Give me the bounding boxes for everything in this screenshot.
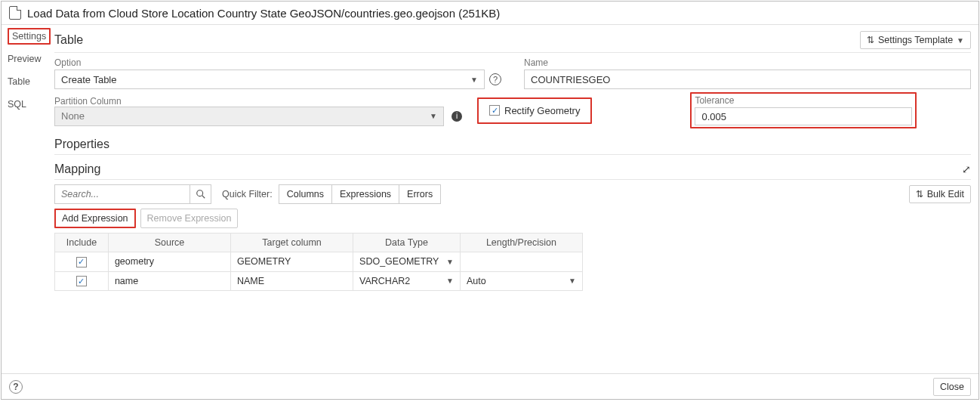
section-table-title: Table — [54, 33, 83, 47]
mapping-table: Include Source Target column Data Type L… — [54, 233, 583, 291]
section-properties-title: Properties — [54, 138, 109, 151]
left-tabs: Settings Preview Table SQL — [2, 25, 47, 373]
chevron-down-icon: ▼ — [430, 112, 437, 120]
section-properties-header: Properties — [54, 135, 971, 155]
name-input[interactable]: COUNTRIESGEO — [524, 70, 971, 89]
chevron-down-icon: ▼ — [957, 36, 964, 45]
close-button[interactable]: Close — [933, 378, 971, 396]
section-table-header: Table Settings Template ▼ — [54, 28, 971, 53]
col-target: Target column — [230, 233, 353, 252]
tab-table[interactable]: Table — [5, 75, 44, 88]
include-checkbox[interactable] — [76, 257, 87, 267]
main-panel: Table Settings Template ▼ Option Create … — [47, 25, 978, 373]
chevron-down-icon: ▼ — [446, 277, 454, 285]
search-button[interactable] — [190, 184, 211, 204]
add-expression-highlight: Add Expression — [54, 209, 136, 228]
name-value: COUNTRIESGEO — [531, 74, 610, 85]
chevron-down-icon: ▼ — [446, 258, 454, 266]
cell-source: geometry — [108, 252, 230, 272]
name-label: Name — [524, 57, 971, 68]
chevron-down-icon: ▼ — [470, 76, 478, 84]
expand-icon[interactable]: ⤢ — [962, 163, 971, 175]
help-icon[interactable]: ? — [489, 73, 501, 85]
remove-expression-label: Remove Expression — [147, 213, 232, 224]
quick-filter-label: Quick Filter: — [222, 189, 273, 199]
search-input[interactable] — [54, 184, 190, 204]
filter-errors[interactable]: Errors — [399, 184, 441, 204]
settings-template-label: Settings Template — [878, 35, 953, 45]
remove-expression-button[interactable]: Remove Expression — [140, 209, 239, 228]
col-source: Source — [108, 233, 230, 252]
cell-datatype[interactable]: SDO_GEOMETRY▼ — [353, 252, 461, 272]
help-button[interactable]: ? — [9, 380, 23, 394]
sliders-icon — [867, 35, 874, 45]
bulk-edit-label: Bulk Edit — [927, 189, 964, 199]
cell-target: GEOMETRY — [230, 252, 353, 272]
table-row[interactable]: name NAME VARCHAR2▼ Auto▼ — [55, 271, 583, 291]
tolerance-highlight: Tolerance 0.005 — [690, 92, 917, 128]
rectify-label: Rectify Geometry — [504, 105, 580, 116]
filter-expressions[interactable]: Expressions — [332, 184, 399, 204]
dialog-title: Load Data from Cloud Store Location Coun… — [27, 7, 500, 20]
tolerance-input[interactable]: 0.005 — [695, 107, 912, 125]
section-mapping-header: Mapping ⤢ — [54, 159, 971, 180]
settings-template-button[interactable]: Settings Template ▼ — [860, 31, 971, 49]
col-include: Include — [55, 233, 109, 252]
filter-columns[interactable]: Columns — [279, 184, 332, 204]
tab-preview[interactable]: Preview — [5, 52, 44, 66]
file-icon — [9, 6, 21, 20]
col-length: Length/Precision — [460, 233, 582, 252]
section-mapping-title: Mapping — [54, 162, 100, 176]
bulk-edit-button[interactable]: Bulk Edit — [909, 185, 971, 203]
info-icon[interactable]: i — [451, 111, 462, 122]
dialog-header: Load Data from Cloud Store Location Coun… — [2, 2, 978, 25]
option-value: Create Table — [61, 74, 116, 85]
cell-target: NAME — [230, 271, 353, 291]
tab-sql[interactable]: SQL — [5, 97, 44, 111]
tolerance-label: Tolerance — [695, 95, 912, 106]
dialog-footer: ? Close — [2, 373, 978, 399]
cell-length[interactable]: Auto▼ — [460, 271, 582, 291]
close-label: Close — [940, 382, 964, 392]
chevron-down-icon: ▼ — [569, 277, 576, 285]
partition-select[interactable]: None ▼ — [54, 107, 444, 126]
mapping-toolbar: Quick Filter: Columns Expressions Errors… — [54, 184, 971, 204]
tab-settings-label: Settings — [8, 28, 51, 45]
tab-settings[interactable]: Settings — [5, 29, 44, 43]
search-icon — [196, 189, 206, 199]
include-checkbox[interactable] — [76, 276, 87, 286]
svg-line-1 — [202, 196, 205, 199]
rectify-checkbox[interactable] — [489, 105, 500, 116]
cell-length — [460, 252, 582, 272]
partition-value: None — [61, 110, 85, 122]
cell-datatype[interactable]: VARCHAR2▼ — [353, 271, 461, 291]
add-expression-button[interactable]: Add Expression — [56, 210, 134, 227]
option-label: Option — [54, 57, 501, 68]
tolerance-value: 0.005 — [701, 111, 726, 122]
add-expression-label: Add Expression — [62, 213, 128, 224]
table-row[interactable]: geometry GEOMETRY SDO_GEOMETRY▼ — [55, 252, 583, 272]
svg-point-0 — [196, 190, 202, 196]
col-datatype: Data Type — [353, 233, 461, 252]
sliders-icon — [916, 189, 923, 199]
option-select[interactable]: Create Table ▼ — [54, 70, 485, 89]
cell-source: name — [108, 271, 230, 291]
rectify-highlight: Rectify Geometry — [477, 97, 592, 124]
partition-label: Partition Column — [54, 96, 122, 107]
